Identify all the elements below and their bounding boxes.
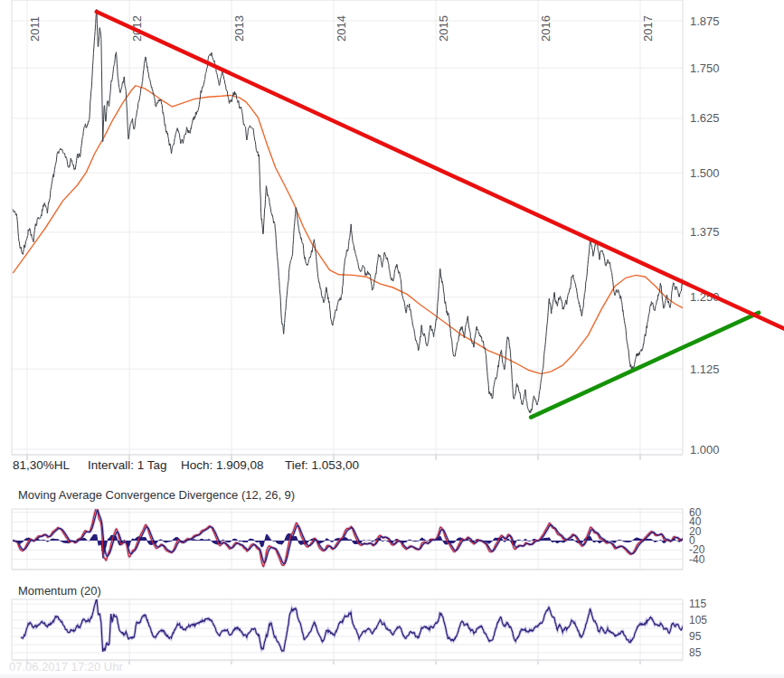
svg-text:1.875: 1.875: [690, 14, 720, 28]
status-interval: Intervall: 1 Tag: [88, 458, 167, 472]
svg-text:1.125: 1.125: [690, 363, 720, 376]
price-line: [13, 9, 684, 412]
svg-text:2014: 2014: [335, 15, 348, 42]
momentum-panel-title: Momentum (20): [18, 584, 101, 598]
chart-canvas[interactable]: 1.8751.7501.6251.5001.3751.2501.1251.000…: [0, 0, 784, 678]
status-low: Tief: 1.053,00: [285, 458, 359, 472]
macd-line: [13, 506, 684, 567]
svg-text:95: 95: [689, 630, 702, 643]
svg-text:115: 115: [689, 598, 706, 610]
svg-text:2011: 2011: [28, 16, 42, 42]
svg-text:85: 85: [689, 646, 702, 659]
status-range-percent: 81,30%HL: [13, 458, 70, 472]
status-high: Hoch: 1.909,08: [181, 458, 264, 472]
chart-timestamp: 07.06.2017 17:20 Uhr: [9, 660, 123, 673]
svg-text:2017: 2017: [641, 15, 655, 42]
macd-panel-title: Moving Average Convergence Divergence (1…: [18, 488, 295, 502]
svg-text:1.375: 1.375: [690, 225, 720, 239]
chart-window: 1.8751.7501.6251.5001.3751.2501.1251.000…: [0, 0, 784, 678]
svg-text:1.625: 1.625: [690, 111, 720, 125]
svg-text:2015: 2015: [437, 15, 450, 42]
svg-text:105: 105: [689, 614, 707, 626]
svg-text:1.000: 1.000: [690, 443, 720, 457]
bottom-strip: [0, 674, 784, 678]
support-trendline: [531, 313, 759, 418]
svg-text:-40: -40: [689, 553, 705, 566]
svg-text:1.750: 1.750: [690, 61, 720, 75]
svg-text:2016: 2016: [539, 15, 553, 42]
resistance-trendline: [97, 12, 784, 333]
svg-text:1.500: 1.500: [690, 166, 720, 180]
svg-text:2013: 2013: [232, 15, 246, 42]
